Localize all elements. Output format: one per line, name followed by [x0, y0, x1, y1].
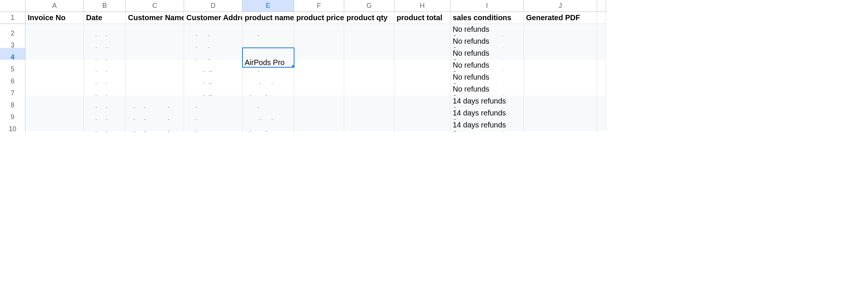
column-header-B[interactable]: B: [84, 0, 126, 12]
column-header-C[interactable]: C: [126, 0, 184, 12]
header-cell-D[interactable]: Customer Addres: [184, 12, 242, 24]
row-header-10[interactable]: 10: [0, 120, 25, 132]
column-header-I[interactable]: I: [450, 0, 524, 12]
header-cell-J[interactable]: Generated PDF: [524, 12, 597, 24]
column-header-G[interactable]: G: [344, 0, 394, 12]
cell-E4[interactable]: AirPods Pro: [242, 48, 294, 67]
column-header-D[interactable]: D: [184, 0, 242, 12]
cell-partial-1[interactable]: [597, 12, 606, 24]
cell-I10[interactable]: 14 days refunds 3 years warranty: [450, 120, 524, 132]
cell-H10[interactable]: 300: [394, 120, 450, 132]
cell-B10[interactable]: 24/04/4024: [84, 120, 126, 132]
row-header-1[interactable]: 1: [0, 12, 25, 24]
cell-J10[interactable]: [524, 120, 597, 132]
select-all-corner[interactable]: [0, 0, 25, 12]
column-header-partial[interactable]: [597, 0, 606, 12]
column-header-F[interactable]: F: [294, 0, 344, 12]
cell-G10[interactable]: 1: [344, 120, 394, 132]
header-cell-E[interactable]: product name: [242, 12, 294, 24]
header-cell-G[interactable]: product qty: [344, 12, 394, 24]
cell-A10[interactable]: 145: [25, 120, 84, 132]
column-header-J[interactable]: J: [524, 0, 597, 12]
cell-F10[interactable]: 300: [294, 120, 344, 132]
header-cell-H[interactable]: product total: [394, 12, 450, 24]
column-header-A[interactable]: A: [25, 0, 84, 12]
column-header-E[interactable]: E: [242, 0, 294, 12]
header-cell-F[interactable]: product price: [294, 12, 344, 24]
cell-E10[interactable]: AirPods Pro: [242, 120, 294, 132]
header-cell-A[interactable]: Invoice No: [25, 12, 84, 24]
spreadsheet-grid[interactable]: ABCDEFGHIJ1Invoice NoDateCustomer NameCu…: [0, 0, 868, 132]
cell-D10[interactable]: Palermo: [184, 120, 242, 132]
cell-C10[interactable]: Charly Garcia: [126, 120, 184, 132]
cell-partial-10[interactable]: [597, 120, 606, 132]
header-cell-C[interactable]: Customer Name: [126, 12, 184, 24]
header-cell-I[interactable]: sales conditions: [450, 12, 524, 24]
column-header-H[interactable]: H: [394, 0, 450, 12]
header-cell-B[interactable]: Date: [84, 12, 126, 24]
